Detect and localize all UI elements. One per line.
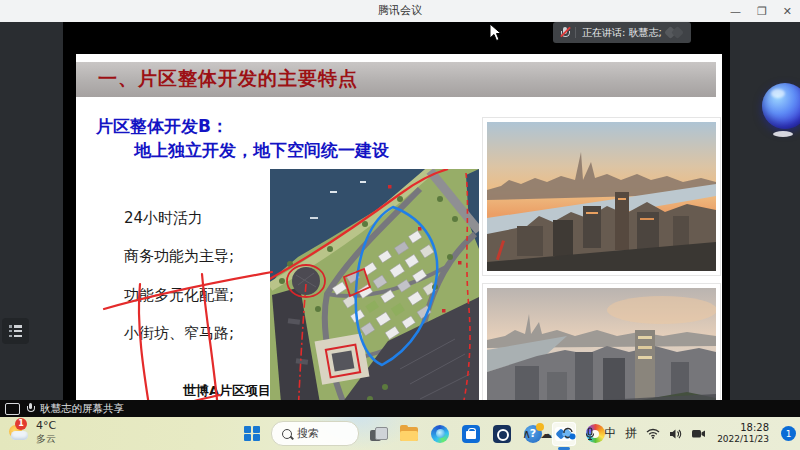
photo-aerial-city-sunset bbox=[483, 118, 720, 275]
restore-icon[interactable]: ❐ bbox=[757, 5, 767, 18]
tencent-meeting-logo bbox=[665, 26, 685, 39]
camera-icon[interactable] bbox=[691, 428, 706, 439]
slide-bullet: 24小时活力 bbox=[124, 209, 203, 228]
notification-badge[interactable]: 1 bbox=[781, 426, 796, 441]
weather-badge: 1 bbox=[15, 418, 27, 430]
titlebar: 腾讯会议 — ❐ ✕ bbox=[0, 0, 800, 23]
site-plan-map-image: A片区规划总平面图 bbox=[270, 169, 479, 416]
sync-icon[interactable] bbox=[561, 427, 576, 440]
screenshare-label: 耿慧志的屏幕共享 bbox=[40, 402, 124, 416]
file-explorer-icon bbox=[400, 427, 418, 441]
window-title: 腾讯会议 bbox=[0, 0, 800, 22]
meeting-content: 一、片区整体开发的主要特点 片区整体开发B： 地上独立开发，地下空间统一建设 2… bbox=[0, 22, 800, 400]
cloud-icon[interactable]: ☁ bbox=[540, 427, 552, 441]
file-explorer-button[interactable] bbox=[397, 422, 421, 446]
weather-condition: 多云 bbox=[36, 433, 56, 445]
volume-icon[interactable] bbox=[669, 428, 682, 440]
slide-header-banner: 一、片区整体开发的主要特点 bbox=[76, 62, 716, 97]
search-box[interactable]: 搜索 bbox=[271, 421, 359, 446]
map-caption: 世博A片区项目 bbox=[183, 382, 271, 400]
clock-time: 18:28 bbox=[740, 422, 769, 435]
meeting-panel-toggle[interactable] bbox=[2, 318, 29, 344]
agenda-panel-icon bbox=[9, 325, 22, 337]
start-icon bbox=[244, 426, 260, 442]
slide-bullet: 商务功能为主导; bbox=[124, 247, 234, 266]
screen-share-icon bbox=[5, 403, 20, 415]
clock-date: 2022/11/23 bbox=[717, 434, 769, 445]
weather-icon: 1 bbox=[7, 421, 31, 443]
screen: 腾讯会议 — ❐ ✕ 一、片区整体开发的主要特点 片区整体开发B： 地上独立开发… bbox=[0, 0, 800, 450]
clock[interactable]: 18:28 2022/11/23 bbox=[717, 422, 769, 446]
speaking-indicator[interactable]: 正在讲话: 耿慧志; bbox=[553, 22, 691, 43]
edge-button[interactable] bbox=[428, 422, 452, 446]
office-icon bbox=[493, 425, 511, 443]
ime-language-indicator[interactable]: 中 bbox=[604, 425, 616, 442]
ai-orb-shadow bbox=[773, 131, 793, 137]
wifi-icon[interactable] bbox=[646, 428, 660, 439]
divider bbox=[575, 27, 576, 38]
weather-widget[interactable]: 1 4°C 多云 bbox=[7, 420, 56, 444]
ai-assistant-orb[interactable] bbox=[762, 83, 800, 129]
search-icon bbox=[282, 429, 292, 439]
store-icon bbox=[462, 425, 480, 443]
slide-subtitle-line1: 片区整体开发B： bbox=[96, 115, 228, 138]
speaking-label: 正在讲话: 耿慧志; bbox=[582, 26, 662, 40]
window-controls: — ❐ ✕ bbox=[730, 0, 792, 22]
task-view-button[interactable] bbox=[366, 422, 390, 446]
store-button[interactable] bbox=[459, 422, 483, 446]
start-button[interactable] bbox=[240, 422, 264, 446]
weather-temp: 4°C bbox=[36, 420, 56, 433]
task-view-icon bbox=[370, 427, 386, 441]
taskbar: 1 4°C 多云 搜索 bbox=[0, 417, 800, 450]
office-button[interactable] bbox=[490, 422, 514, 446]
system-tray: ∧ ☁ 中 拼 bbox=[522, 417, 796, 450]
close-icon[interactable]: ✕ bbox=[783, 5, 792, 18]
mic-icon bbox=[26, 403, 34, 415]
ime-mode-indicator[interactable]: 拼 bbox=[625, 425, 637, 442]
muted-mic-icon bbox=[560, 26, 569, 39]
slide-bullet: 功能多元化配置; bbox=[124, 286, 234, 305]
slide-subtitle-line2: 地上独立开发，地下空间统一建设 bbox=[134, 139, 389, 162]
shared-slide: 一、片区整体开发的主要特点 片区整体开发B： 地上独立开发，地下空间统一建设 2… bbox=[76, 54, 722, 420]
screenshare-bar[interactable]: 耿慧志的屏幕共享 bbox=[0, 400, 800, 417]
edge-icon bbox=[431, 425, 449, 443]
chevron-up-icon[interactable]: ∧ bbox=[522, 427, 531, 441]
slide-bullet: 小街坊、窄马路; bbox=[124, 324, 234, 343]
search-label: 搜索 bbox=[297, 426, 319, 441]
minimize-icon[interactable]: — bbox=[730, 5, 741, 18]
slide-header-text: 一、片区整体开发的主要特点 bbox=[98, 66, 358, 92]
mic-tray-icon[interactable] bbox=[585, 427, 595, 441]
